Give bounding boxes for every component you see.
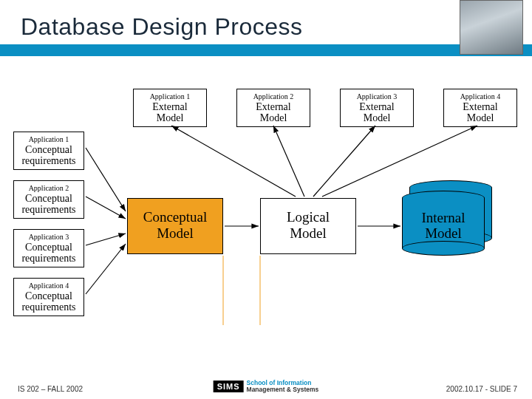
left-box-app: Application 4 — [16, 280, 82, 290]
left-box-line1: Conceptual — [16, 290, 82, 301]
svg-line-8 — [313, 126, 375, 197]
sims-subtitle: School of Information Management & Syste… — [247, 380, 319, 393]
ext-box-line1: External — [446, 101, 515, 112]
slide-title: Database Design Process — [21, 13, 302, 41]
footer-center: SIMS School of Information Management & … — [214, 380, 319, 393]
ext-box-line2: Model — [446, 112, 515, 123]
left-box-line1: Conceptual — [16, 193, 82, 204]
ext-box-app: Application 3 — [342, 91, 412, 101]
sims-sub-line2: Management & Systems — [247, 386, 319, 393]
left-box-line2: requirements — [16, 253, 82, 264]
internal-line1: Internal — [402, 210, 485, 225]
left-box-app: Application 2 — [16, 183, 82, 193]
logical-model-box: Logical Model — [260, 198, 356, 254]
footer-right: 2002.10.17 - SLIDE 7 — [446, 385, 517, 393]
svg-line-0 — [86, 148, 126, 211]
left-box-line2: requirements — [16, 301, 82, 313]
left-box-3: Application 3 Conceptual requirements — [13, 229, 84, 267]
left-box-4: Application 4 Conceptual requirements — [13, 278, 84, 316]
conceptual-model-box: Conceptual Model — [127, 198, 223, 254]
header-photo — [460, 0, 523, 55]
left-box-line1: Conceptual — [16, 242, 82, 253]
ext-box-app: Application 2 — [239, 91, 308, 101]
logical-line1: Logical — [261, 209, 355, 225]
footer-left: IS 202 – FALL 2002 — [18, 385, 83, 393]
logical-line2: Model — [261, 225, 355, 242]
ext-box-line1: External — [135, 101, 205, 112]
left-box-line1: Conceptual — [16, 144, 82, 155]
conceptual-line2: Model — [128, 225, 222, 242]
left-box-2: Application 2 Conceptual requirements — [13, 180, 84, 219]
ext-box-line2: Model — [135, 112, 205, 123]
ext-box-2: Application 2 External Model — [236, 89, 310, 127]
left-box-line2: requirements — [16, 204, 82, 215]
svg-line-3 — [86, 244, 126, 294]
left-box-app: Application 1 — [16, 134, 82, 144]
ext-box-4: Application 4 External Model — [443, 89, 517, 127]
ext-box-1: Application 1 External Model — [133, 89, 207, 127]
left-box-1: Application 1 Conceptual requirements — [13, 132, 84, 170]
sims-logo: SIMS — [214, 381, 244, 392]
conceptual-line1: Conceptual — [128, 209, 222, 225]
svg-line-2 — [86, 233, 126, 245]
ext-box-line1: External — [342, 101, 412, 112]
internal-line2: Model — [402, 225, 485, 241]
title-band: Database Design Process — [0, 0, 532, 59]
ext-box-app: Application 4 — [446, 91, 515, 101]
ext-box-line1: External — [239, 101, 308, 112]
svg-line-6 — [171, 126, 296, 197]
svg-line-7 — [273, 126, 304, 197]
ext-box-app: Application 1 — [135, 91, 205, 101]
ext-box-line2: Model — [342, 112, 412, 123]
left-box-app: Application 3 — [16, 231, 82, 242]
title-accent-bar — [0, 44, 532, 56]
svg-line-1 — [86, 197, 126, 219]
ext-box-3: Application 3 External Model — [340, 89, 414, 127]
ext-box-line2: Model — [239, 112, 308, 123]
internal-cylinder: Internal Model — [402, 191, 485, 256]
left-box-line2: requirements — [16, 155, 82, 166]
